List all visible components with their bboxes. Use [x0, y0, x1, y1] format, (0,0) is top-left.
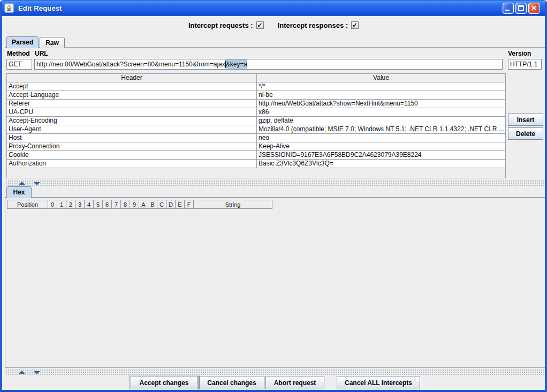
cancel-changes-button[interactable]: Cancel changes	[199, 376, 264, 389]
maximize-icon	[518, 5, 524, 11]
header-name-cell[interactable]: Cookie	[7, 151, 257, 160]
header-value-cell[interactable]: */*	[257, 82, 505, 91]
intercept-responses-checkbox[interactable]: ✓	[351, 21, 359, 29]
header-name-cell[interactable]: Accept-Language	[7, 91, 257, 100]
hex-column-header: 2	[66, 200, 75, 209]
hex-column-header: 8	[120, 200, 130, 209]
collapse-down-icon[interactable]	[34, 182, 40, 185]
table-row[interactable]: Refererhttp://neo/WebGoat/attack?show=Ne…	[7, 100, 505, 108]
tab-parsed[interactable]: Parsed	[6, 36, 39, 48]
hex-column-header: 6	[102, 200, 112, 209]
table-row[interactable]: Hostneo	[7, 134, 505, 142]
hex-column-header: E	[175, 200, 185, 209]
intercept-options-row: Intercept requests : ✓ Intercept respons…	[2, 19, 545, 31]
header-value-cell[interactable]: x86	[257, 108, 505, 117]
header-value-cell[interactable]: JSESSIONID=9167E3A6F58BD9C2A4623079A39E8…	[257, 151, 505, 160]
header-value-cell[interactable]: http://neo/WebGoat/attack?show=NextHint&…	[257, 100, 505, 108]
hex-column-header: String	[193, 200, 272, 209]
method-field[interactable]: GET	[6, 59, 32, 70]
split-divider-bottom[interactable]	[5, 370, 546, 375]
hex-column-header: 3	[75, 200, 85, 209]
intercept-requests-checkbox[interactable]: ✓	[256, 21, 264, 29]
headers-table-header-row: Header Value	[7, 74, 505, 82]
accept-changes-button[interactable]: Accept changes	[131, 376, 197, 389]
hex-column-header: 4	[84, 200, 94, 209]
version-label: Version	[508, 50, 531, 57]
header-value-cell[interactable]: Keep-Alive	[257, 142, 505, 151]
table-row[interactable]: Accept-Languagenl-be	[7, 91, 505, 100]
table-row[interactable]: CookieJSESSIONID=9167E3A6F58BD9C2A462307…	[7, 151, 505, 160]
method-label: Method	[7, 50, 30, 57]
upper-panel-border	[5, 47, 546, 48]
minimize-button[interactable]	[503, 3, 514, 14]
url-label: URL	[35, 50, 48, 57]
collapse-up-icon[interactable]	[19, 182, 25, 185]
header-value-cell[interactable]: Mozilla/4.0 (compatible; MSIE 7.0; Windo…	[257, 125, 505, 134]
hex-panel-border	[5, 197, 546, 198]
header-value-cell[interactable]: Basic Z3Vlc3Q6Z3Vlc3Q=	[257, 160, 505, 168]
cancel-all-intercepts-button[interactable]: Cancel ALL intercepts	[337, 376, 420, 389]
url-field[interactable]: http://neo:80/WebGoat/attack?Screen=80&m…	[34, 59, 503, 70]
java-coffee-icon	[4, 3, 14, 13]
edit-request-window: Edit Request ✕ Intercept requests : ✓ In…	[0, 0, 547, 392]
header-name-cell[interactable]: Authorization	[7, 160, 257, 168]
intercept-requests-label: Intercept requests :	[188, 21, 253, 29]
abort-request-button[interactable]: Abort request	[265, 376, 324, 389]
hex-column-header: A	[139, 200, 148, 209]
header-name-cell[interactable]: Referer	[7, 100, 257, 108]
header-name-cell[interactable]: Proxy-Connection	[7, 142, 257, 151]
header-name-cell[interactable]: UA-CPU	[7, 108, 257, 117]
table-row[interactable]: UA-CPUx86	[7, 108, 505, 117]
collapse-up-icon[interactable]	[19, 371, 25, 374]
value-column-label: Value	[257, 74, 505, 82]
table-row[interactable]: User-AgentMozilla/4.0 (compatible; MSIE …	[7, 125, 505, 134]
header-name-cell[interactable]: User-Agent	[7, 125, 257, 134]
hex-column-header: C	[157, 200, 166, 209]
window-title: Edit Request	[18, 4, 62, 12]
table-row[interactable]: Accept*/*	[7, 82, 505, 91]
delete-button[interactable]: Delete	[508, 127, 543, 140]
header-name-cell[interactable]: Host	[7, 134, 257, 142]
headers-table: Header Value Accept*/*Accept-Languagenl-…	[6, 73, 506, 178]
header-name-cell[interactable]: Accept-Encoding	[7, 117, 257, 125]
header-value-cell[interactable]: neo	[257, 134, 505, 142]
hex-column-header: 5	[93, 200, 103, 209]
hex-column-header: F	[184, 200, 194, 209]
hex-panel: Position0123456789ABCDEFString	[5, 198, 546, 368]
maximize-button[interactable]	[515, 3, 527, 14]
hex-column-header: 1	[57, 200, 66, 209]
close-icon: ✕	[529, 3, 539, 13]
hex-column-header: D	[166, 200, 176, 209]
version-field[interactable]: HTTP/1.1	[508, 59, 542, 70]
header-name-cell[interactable]: Accept	[7, 82, 257, 91]
tab-raw[interactable]: Raw	[40, 37, 65, 48]
table-row[interactable]: Proxy-ConnectionKeep-Alive	[7, 142, 505, 151]
split-divider-top[interactable]	[5, 180, 546, 186]
hex-column-header: 9	[130, 200, 139, 209]
hex-column-header: 7	[111, 200, 121, 209]
hex-column-header: Position	[7, 200, 48, 209]
table-row[interactable]: Accept-Encodinggzip, deflate	[7, 117, 505, 125]
header-value-cell[interactable]: nl-be	[257, 91, 505, 100]
hex-table-header-row: Position0123456789ABCDEFString	[7, 200, 272, 209]
header-value-cell[interactable]: gzip, deflate	[257, 117, 505, 125]
insert-button[interactable]: Insert	[508, 114, 543, 126]
hex-column-header: B	[148, 200, 157, 209]
close-button[interactable]: ✕	[528, 3, 540, 14]
url-text: http://neo:80/WebGoat/attack?Screen=80&m…	[36, 59, 225, 69]
tab-hex[interactable]: Hex	[6, 186, 32, 198]
intercept-responses-label: Intercept responses :	[278, 21, 348, 29]
url-selected-text: &key=a	[226, 59, 247, 69]
collapse-down-icon[interactable]	[34, 371, 40, 374]
minimize-icon	[505, 10, 510, 11]
header-column-label: Header	[7, 74, 257, 82]
window-titlebar[interactable]: Edit Request ✕	[0, 0, 547, 16]
hex-column-header: 0	[48, 200, 57, 209]
table-row[interactable]: AuthorizationBasic Z3Vlc3Q6Z3Vlc3Q=	[7, 160, 505, 168]
